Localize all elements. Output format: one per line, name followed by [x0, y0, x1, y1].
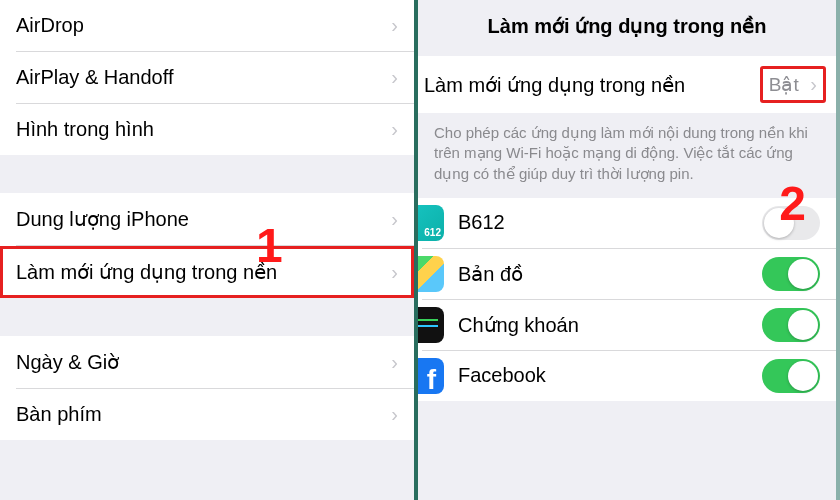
background-app-refresh-pane: Làm mới ứng dụng trong nền Làm mới ứng d… — [418, 0, 836, 500]
page-title: Làm mới ứng dụng trong nền — [418, 0, 836, 56]
app-row-maps: Bản đồ — [418, 249, 836, 299]
row-label: Làm mới ứng dụng trong nền — [424, 73, 766, 97]
row-label: Ngày & Giờ — [16, 350, 385, 374]
row-label: Bàn phím — [16, 403, 385, 426]
chevron-right-icon: › — [385, 403, 398, 426]
app-label: Bản đồ — [458, 262, 762, 286]
row-keyboard[interactable]: Bàn phím › — [0, 389, 414, 440]
row-background-app-refresh[interactable]: Làm mới ứng dụng trong nền › — [0, 246, 414, 298]
row-label: Dung lượng iPhone — [16, 207, 385, 231]
app-list: B612 Bản đồ Chứng khoán Facebook — [418, 198, 836, 401]
row-label: Hình trong hình — [16, 118, 385, 141]
settings-group: Ngày & Giờ › Bàn phím › — [0, 336, 414, 440]
chevron-right-icon: › — [385, 14, 398, 37]
chevron-right-icon: › — [804, 73, 817, 95]
maps-app-icon — [418, 256, 444, 292]
general-settings-pane: AirDrop › AirPlay & Handoff › Hình trong… — [0, 0, 418, 500]
row-value: Bật — [769, 74, 799, 95]
stocks-app-icon — [418, 307, 444, 343]
row-airplay-handoff[interactable]: AirPlay & Handoff › — [0, 52, 414, 103]
row-iphone-storage[interactable]: Dung lượng iPhone › — [0, 193, 414, 245]
toggle-facebook[interactable] — [762, 359, 820, 393]
row-background-refresh-master[interactable]: Làm mới ứng dụng trong nền Bật › — [418, 56, 836, 113]
row-label: AirPlay & Handoff — [16, 66, 385, 89]
toggle-maps[interactable] — [762, 257, 820, 291]
app-row-b612: B612 — [418, 198, 836, 248]
chevron-right-icon: › — [385, 351, 398, 374]
row-picture-in-picture[interactable]: Hình trong hình › — [0, 104, 414, 155]
row-label: Làm mới ứng dụng trong nền — [16, 260, 385, 284]
toggle-b612[interactable] — [762, 206, 820, 240]
row-label: AirDrop — [16, 14, 385, 37]
group-gap — [0, 298, 414, 336]
app-label: Facebook — [458, 364, 762, 387]
section-footer-text: Cho phép các ứng dụng làm mới nội dung t… — [418, 113, 836, 198]
chevron-right-icon: › — [385, 208, 398, 231]
chevron-right-icon: › — [385, 118, 398, 141]
toggle-stocks[interactable] — [762, 308, 820, 342]
b612-app-icon — [418, 205, 444, 241]
facebook-app-icon — [418, 358, 444, 394]
chevron-right-icon: › — [385, 66, 398, 89]
row-airdrop[interactable]: AirDrop › — [0, 0, 414, 51]
settings-group: AirDrop › AirPlay & Handoff › Hình trong… — [0, 0, 414, 155]
master-toggle-group: Làm mới ứng dụng trong nền Bật › — [418, 56, 836, 113]
row-date-time[interactable]: Ngày & Giờ › — [0, 336, 414, 388]
app-label: Chứng khoán — [458, 313, 762, 337]
chevron-right-icon: › — [385, 261, 398, 284]
annotation-highlight-box: Bật › — [760, 66, 826, 103]
app-label: B612 — [458, 211, 762, 234]
app-row-stocks: Chứng khoán — [418, 300, 836, 350]
app-row-facebook: Facebook — [418, 351, 836, 401]
group-gap — [0, 155, 414, 193]
settings-group: Dung lượng iPhone › Làm mới ứng dụng tro… — [0, 193, 414, 298]
